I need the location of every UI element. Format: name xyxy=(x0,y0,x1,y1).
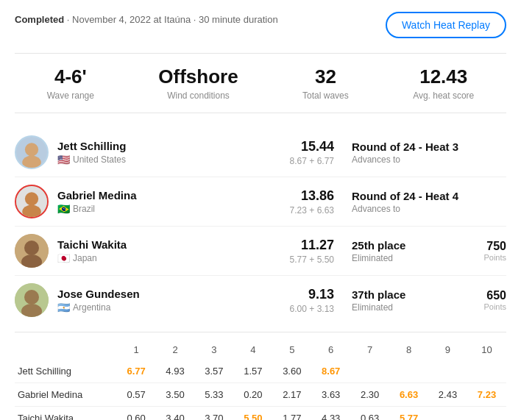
score-breakdown-2: 5.77 + 5.50 xyxy=(290,255,334,265)
result-main-1: Round of 24 - Heat 4 xyxy=(352,190,469,202)
surfer-country-3: 🇦🇷 Argentina xyxy=(57,302,290,313)
wave-score-0-2: 3.57 xyxy=(194,360,233,383)
surfer-name-1: Gabriel Medina xyxy=(57,189,290,202)
result-main-3: 37th place xyxy=(352,288,469,301)
svg-point-2 xyxy=(22,156,41,169)
header: Completed · November 4, 2022 at Itaúna ·… xyxy=(15,12,506,38)
wave-score-0-4: 3.60 xyxy=(272,360,311,383)
score-breakdown-0: 8.67 + 6.77 xyxy=(290,156,334,166)
result-main-2: 25th place xyxy=(352,239,469,252)
result-sub-1: Advances to xyxy=(352,204,469,214)
stat-value-1: Offshore xyxy=(158,65,238,88)
surfer-country-0: 🇺🇸 United States xyxy=(57,154,290,165)
surfers-section: Jett Schilling 🇺🇸 United States 15.44 8.… xyxy=(15,128,506,324)
surfer-row-3: Jose Gundesen 🇦🇷 Argentina 9.13 6.00 + 3… xyxy=(15,276,506,324)
avatar-1 xyxy=(15,185,49,218)
wave-score-1-7: 6.63 xyxy=(389,383,428,407)
flag-icon-3: 🇦🇷 xyxy=(57,302,70,313)
stat-label-1: Wind conditions xyxy=(158,90,238,101)
wave-score-2-3: 5.50 xyxy=(233,407,272,421)
result-main-0: Round of 24 - Heat 3 xyxy=(352,140,469,153)
wave-score-1-0: 0.57 xyxy=(117,383,156,407)
stat-label-3: Avg. heat score xyxy=(413,90,474,101)
header-left: Completed · November 4, 2022 at Itaúna ·… xyxy=(15,12,278,25)
surfer-points-2: 750 Points xyxy=(469,240,506,262)
surfer-scores-3: 9.13 6.00 + 3.13 xyxy=(290,287,334,314)
surfer-country-1: 🇧🇷 Brazil xyxy=(57,203,290,215)
wave-score-2-1: 3.40 xyxy=(156,407,195,421)
avatar-3 xyxy=(15,283,49,317)
wave-col-header-3: 3 xyxy=(194,340,233,360)
wave-col-header-4: 4 xyxy=(233,340,272,360)
stat-item-1: Offshore Wind conditions xyxy=(158,65,238,101)
wave-col-header-6: 6 xyxy=(311,340,350,360)
stat-item-2: 32 Total waves xyxy=(302,65,349,101)
score-breakdown-1: 7.23 + 6.63 xyxy=(290,205,334,216)
wave-row-name-1: Gabriel Medina xyxy=(15,383,117,407)
wave-score-0-6 xyxy=(350,360,389,383)
wave-score-2-6: 0.63 xyxy=(350,407,389,421)
wave-score-2-0: 0.60 xyxy=(117,407,156,421)
stats-row: 4-6' Wave range Offshore Wind conditions… xyxy=(15,53,506,113)
surfer-scores-2: 11.27 5.77 + 5.50 xyxy=(290,238,334,265)
wave-score-1-3: 0.20 xyxy=(233,383,272,407)
surfer-name-3: Jose Gundesen xyxy=(57,288,290,300)
country-name-3: Argentina xyxy=(73,302,110,313)
wave-col-header-0 xyxy=(15,340,117,360)
avatar-0 xyxy=(15,135,49,169)
svg-point-5 xyxy=(22,205,41,218)
wave-scores-table: 12345678910 Jett Schilling6.774.933.571.… xyxy=(15,340,506,420)
wave-col-header-5: 5 xyxy=(272,340,311,360)
svg-point-7 xyxy=(24,241,39,255)
wave-score-0-3: 1.57 xyxy=(233,360,272,383)
header-meta: Completed · November 4, 2022 at Itaúna ·… xyxy=(15,14,278,25)
wave-score-1-5: 3.63 xyxy=(311,383,350,407)
wave-col-header-10: 10 xyxy=(467,340,506,360)
wave-score-2-8 xyxy=(428,407,467,421)
wave-score-0-5: 8.67 xyxy=(311,360,350,383)
surfer-result-0: Round of 24 - Heat 3 Advances to xyxy=(352,140,469,165)
stat-value-0: 4-6' xyxy=(47,65,94,88)
stat-label-2: Total waves xyxy=(302,90,349,101)
surfer-info-2: Taichi Wakita 🇯🇵 Japan xyxy=(57,238,290,264)
wave-score-0-7 xyxy=(389,360,428,383)
result-sub-2: Eliminated xyxy=(352,253,469,263)
surfer-info-0: Jett Schilling 🇺🇸 United States xyxy=(57,140,290,165)
wave-score-0-1: 4.93 xyxy=(156,360,195,383)
surfer-row-2: Taichi Wakita 🇯🇵 Japan 11.27 5.77 + 5.50… xyxy=(15,227,506,276)
result-sub-3: Eliminated xyxy=(352,302,469,313)
country-name-0: United States xyxy=(73,154,126,165)
score-breakdown-3: 6.00 + 3.13 xyxy=(290,304,334,314)
surfer-country-2: 🇯🇵 Japan xyxy=(57,252,290,264)
wave-score-1-1: 3.50 xyxy=(156,383,195,407)
surfer-scores-0: 15.44 8.67 + 6.77 xyxy=(290,139,334,166)
surfer-result-2: 25th place Eliminated xyxy=(352,239,469,263)
wave-row-name-0: Jett Schilling xyxy=(15,360,117,383)
watch-replay-button[interactable]: Watch Heat Replay xyxy=(386,12,506,38)
wave-score-0-9 xyxy=(467,360,506,383)
surfer-result-1: Round of 24 - Heat 4 Advances to xyxy=(352,190,469,214)
wave-row-0: Jett Schilling6.774.933.571.573.608.67 xyxy=(15,360,506,383)
wave-table-section: 12345678910 Jett Schilling6.774.933.571.… xyxy=(15,332,506,420)
surfer-info-1: Gabriel Medina 🇧🇷 Brazil xyxy=(57,189,290,215)
main-container: Completed · November 4, 2022 at Itaúna ·… xyxy=(0,0,521,420)
country-name-1: Brazil xyxy=(73,204,95,214)
stat-value-2: 32 xyxy=(302,65,349,88)
avatar-2 xyxy=(15,234,49,268)
wave-row-name-2: Taichi Wakita xyxy=(15,407,117,421)
surfer-points-3: 650 Points xyxy=(469,289,506,311)
surfer-row-1: Gabriel Medina 🇧🇷 Brazil 13.86 7.23 + 6.… xyxy=(15,177,506,227)
stat-item-0: 4-6' Wave range xyxy=(47,65,94,101)
country-name-2: Japan xyxy=(73,253,97,263)
surfer-row-0: Jett Schilling 🇺🇸 United States 15.44 8.… xyxy=(15,128,506,177)
points-value-2: 750 xyxy=(469,240,506,253)
svg-point-10 xyxy=(24,290,39,305)
wave-score-1-4: 2.17 xyxy=(272,383,311,407)
stat-value-3: 12.43 xyxy=(413,65,474,88)
wave-row-2: Taichi Wakita0.603.403.705.501.774.330.6… xyxy=(15,407,506,421)
stat-label-0: Wave range xyxy=(47,90,94,101)
total-score-2: 11.27 xyxy=(290,238,334,253)
surfer-scores-1: 13.86 7.23 + 6.63 xyxy=(290,188,334,216)
wave-col-header-7: 7 xyxy=(350,340,389,360)
wave-score-1-8: 2.43 xyxy=(428,383,467,407)
